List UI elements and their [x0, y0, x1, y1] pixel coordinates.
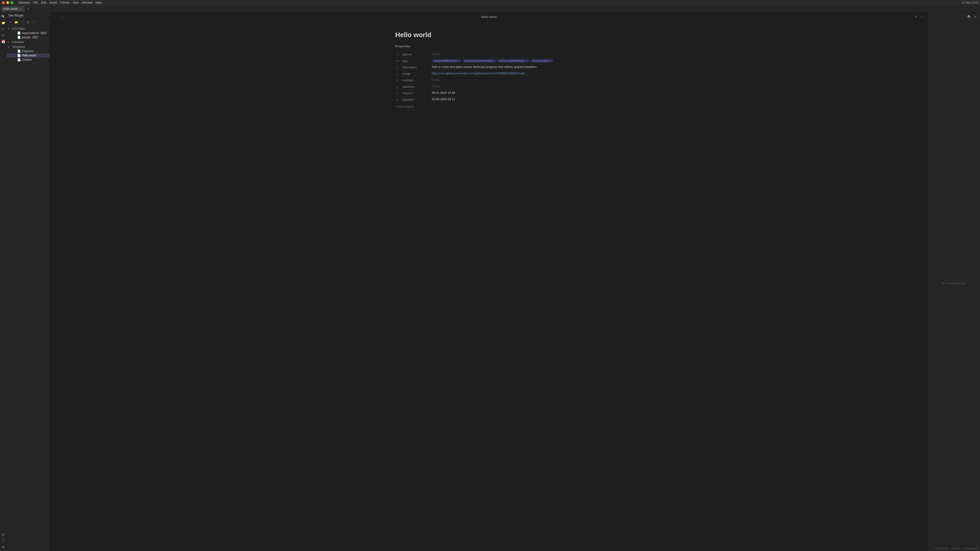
- more-options-icon[interactable]: ⋯: [919, 14, 924, 20]
- property-key-description: description: [402, 65, 429, 69]
- property-value-tags: resource/flashCard ✕ resource/currentUsi…: [432, 59, 582, 63]
- tree-section-csvdata: ▾ CSV Data 📄 organizations CSV 📄 people …: [7, 27, 49, 40]
- updated-icon: ≡: [395, 98, 399, 102]
- property-tags: 🏷 tags resource/flashCard ✕ resource/cur…: [395, 57, 582, 64]
- main-layout: 🔍 📁 ⬡ 🏷 📅 ⊞ ? ⚙ Dev Plugin ✎ 📂 ↕ ⊟ ⋯ ▾ C…: [0, 13, 980, 551]
- menu-view[interactable]: View: [73, 1, 79, 4]
- close-right-icon[interactable]: ✕: [973, 14, 978, 20]
- aliases-icon: ↗: [395, 52, 399, 56]
- back-button[interactable]: ‹: [52, 14, 58, 20]
- tag-chip-label: resource/github/topic: [499, 59, 525, 62]
- files-icon[interactable]: 📁: [1, 20, 6, 25]
- words-count: 0 words: [951, 547, 960, 550]
- tag-remove-button[interactable]: ✕: [492, 60, 494, 62]
- sidebar-toolbar: ✎ 📂 ↕ ⊟ ⋯: [7, 19, 49, 25]
- search-icon[interactable]: 🔍: [1, 14, 6, 19]
- tab-close-button[interactable]: ✕: [19, 7, 22, 11]
- property-value-description[interactable]: Anki is a free and open-source flashcard…: [432, 65, 582, 68]
- properties-label: Properties: [395, 44, 582, 48]
- tag-chip-githubtopic: resource/github/topic ✕: [497, 59, 530, 63]
- property-value-dataview[interactable]: Empty: [432, 85, 582, 88]
- minimize-button[interactable]: [6, 1, 9, 4]
- csv-badge: CSV: [40, 32, 47, 35]
- tag-remove-button[interactable]: ✕: [526, 60, 528, 62]
- collapse-icon[interactable]: ⊟: [25, 20, 30, 25]
- file-icon: 📄: [17, 49, 21, 53]
- property-created: ≡ created 29-01-2024 13:36: [395, 90, 582, 96]
- forward-button[interactable]: ›: [59, 14, 65, 20]
- menubar-right: 31 May 10:52: [962, 1, 978, 4]
- sidebar-header: Dev Plugin: [7, 13, 49, 19]
- search-right-icon[interactable]: 🔍: [967, 14, 972, 20]
- right-panel-toolbar: 🔍 ✕: [928, 13, 980, 22]
- new-tab-button[interactable]: +: [25, 6, 31, 11]
- add-property-label: + Add property: [395, 105, 414, 108]
- menu-format[interactable]: Format: [60, 1, 69, 4]
- new-folder-icon[interactable]: 📂: [14, 20, 19, 25]
- settings-icon[interactable]: ⚙: [1, 544, 6, 549]
- sidebar-item-untitled[interactable]: 📄 Untitled: [7, 58, 49, 62]
- tree-section-csvdata-header[interactable]: ▾ CSV Data: [7, 27, 49, 31]
- tag-chip-label: resource/flashCard: [434, 59, 457, 62]
- property-key-updated: updated: [402, 98, 429, 102]
- graph-icon[interactable]: ⬡: [1, 26, 6, 32]
- tag-remove-button[interactable]: ✕: [458, 60, 460, 62]
- note-toolbar-right: ✎ ⋯: [913, 14, 924, 20]
- add-property-button[interactable]: + Add property: [395, 103, 582, 110]
- property-aliases: ↗ aliases Empty: [395, 51, 582, 57]
- sidebar-title: Dev Plugin: [9, 14, 24, 17]
- chevron-down-icon: ▾: [8, 46, 11, 48]
- file-icon: 📄: [17, 58, 21, 62]
- property-dataview: ≡ dataview Empty: [395, 83, 582, 90]
- tree-section-templates: ▾ Templates 📄 Dataview 📄 Hello world 📄 U…: [7, 45, 49, 62]
- community-icon[interactable]: ⊞: [1, 532, 6, 537]
- sort-icon[interactable]: ↕: [20, 20, 24, 25]
- tab-label: Hello world: [3, 7, 18, 11]
- property-image: ≡ image https://raw.githubusercontent.co…: [395, 70, 582, 77]
- menu-edit[interactable]: Edit: [41, 1, 46, 4]
- menu-help[interactable]: Help: [96, 1, 102, 4]
- tag-chip-label: resource/anki: [532, 59, 549, 62]
- sidebar-item-people[interactable]: 📄 people CSV: [7, 35, 49, 40]
- tree-section-templates-header[interactable]: ▾ Templates: [7, 45, 49, 49]
- menu-insert[interactable]: Insert: [49, 1, 57, 4]
- tag-remove-button[interactable]: ✕: [550, 60, 552, 62]
- property-key-image: image: [402, 72, 429, 76]
- sidebar-item-organizations[interactable]: 📄 organizations CSV: [7, 31, 49, 35]
- tab-bar: Hello world ✕ +: [0, 5, 980, 13]
- file-icon: 📄: [17, 31, 21, 35]
- sidebar-item-hello-world[interactable]: 📄 Hello world: [7, 53, 49, 58]
- tab-hello-world[interactable]: Hello world ✕: [1, 6, 25, 12]
- tag-icon[interactable]: 🏷: [1, 33, 6, 38]
- help-icon[interactable]: ?: [1, 538, 6, 543]
- item-label: Hello world: [22, 54, 36, 57]
- property-value-csvdata[interactable]: Empty: [432, 78, 582, 81]
- icon-rail: 🔍 📁 ⬡ 🏷 📅 ⊞ ? ⚙: [0, 13, 7, 551]
- right-panel-content: No headings found.: [928, 22, 980, 545]
- tree-section-dataview: ▸ Dataview: [7, 40, 49, 44]
- close-button[interactable]: [2, 1, 5, 4]
- property-value-updated[interactable]: 23-05-2024 02:11: [432, 98, 582, 101]
- tree-section-dataview-header[interactable]: ▸ Dataview: [7, 40, 49, 44]
- menu-file[interactable]: File: [33, 1, 38, 4]
- new-note-icon[interactable]: ✎: [8, 20, 13, 25]
- sidebar-item-dataview[interactable]: 📄 Dataview: [7, 49, 49, 53]
- backlinks-count: 0 backlinks: [935, 547, 948, 550]
- calendar-icon[interactable]: 📅: [1, 39, 6, 44]
- content-area: ‹ › Hello world ✎ ⋯ Hello world Properti…: [50, 13, 928, 551]
- traffic-lights: [2, 1, 13, 4]
- menu-obsidian[interactable]: Obsidian: [19, 1, 30, 4]
- right-panel-footer: 0 backlinks 0 words 0 characters: [928, 545, 980, 551]
- more-icon[interactable]: ⋯: [31, 20, 36, 25]
- property-value-created[interactable]: 29-01-2024 13:36: [432, 91, 582, 94]
- note-nav-title: Hello world: [66, 15, 912, 19]
- chars-count: 0 characters: [963, 547, 978, 550]
- menu-window[interactable]: Window: [82, 1, 92, 4]
- maximize-button[interactable]: [11, 1, 13, 4]
- property-key-dataview: dataview: [402, 85, 429, 89]
- tags-icon: 🏷: [395, 59, 399, 63]
- edit-icon[interactable]: ✎: [913, 14, 918, 20]
- file-icon: 📄: [17, 54, 21, 57]
- property-value-aliases[interactable]: Empty: [432, 52, 582, 56]
- image-link[interactable]: https://raw.githubusercontent.com/github…: [432, 72, 527, 75]
